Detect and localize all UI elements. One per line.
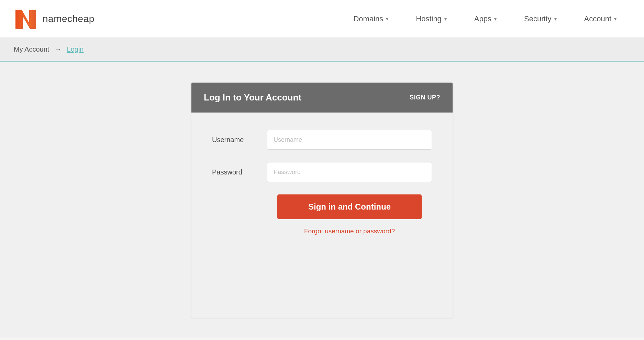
breadcrumb-parent: My Account [14, 45, 49, 53]
username-row: Username [212, 130, 432, 150]
chevron-down-icon: ▾ [554, 16, 557, 22]
nav-item-security[interactable]: Security ▾ [510, 0, 570, 38]
submit-row: Sign in and Continue Forgot username or … [267, 194, 432, 235]
login-title: Log In to Your Account [204, 92, 301, 103]
logo-link[interactable]: namecheap [14, 7, 95, 31]
nav-label-hosting: Hosting [416, 14, 442, 23]
signin-button[interactable]: Sign in and Continue [277, 194, 422, 219]
chevron-down-icon: ▾ [386, 16, 388, 22]
nav-label-domains: Domains [353, 14, 383, 23]
nav-item-account[interactable]: Account ▾ [570, 0, 631, 38]
main-content: Log In to Your Account SIGN UP? Username… [0, 62, 644, 338]
nav-label-security: Security [524, 14, 551, 23]
login-body: Username Password Sign in and Continue F… [191, 113, 453, 256]
main-nav: Domains ▾ Hosting ▾ Apps ▾ Security ▾ Ac… [340, 0, 630, 38]
login-box: Log In to Your Account SIGN UP? Username… [191, 83, 453, 318]
site-header: namecheap Domains ▾ Hosting ▾ Apps ▾ Sec… [0, 0, 644, 38]
chevron-down-icon: ▾ [444, 16, 447, 22]
login-header: Log In to Your Account SIGN UP? [191, 83, 453, 113]
chevron-down-icon: ▾ [494, 16, 497, 22]
signup-link[interactable]: SIGN UP? [410, 94, 440, 101]
breadcrumb-bar: My Account → Login [0, 38, 644, 62]
forgot-link[interactable]: Forgot username or password? [304, 227, 395, 235]
nav-item-apps[interactable]: Apps ▾ [460, 0, 510, 38]
nav-label-account: Account [584, 14, 612, 23]
nav-item-domains[interactable]: Domains ▾ [340, 0, 402, 38]
logo-icon [14, 7, 38, 31]
password-input[interactable] [267, 162, 432, 182]
chevron-down-icon: ▾ [614, 16, 617, 22]
breadcrumb: My Account → Login [14, 45, 84, 53]
password-row: Password [212, 162, 432, 182]
breadcrumb-current[interactable]: Login [67, 45, 84, 53]
username-input[interactable] [267, 130, 432, 150]
logo-text: namecheap [43, 13, 95, 24]
nav-item-hosting[interactable]: Hosting ▾ [402, 0, 460, 38]
password-label: Password [212, 168, 267, 176]
breadcrumb-separator: → [55, 45, 62, 53]
nav-label-apps: Apps [474, 14, 491, 23]
username-label: Username [212, 136, 267, 144]
